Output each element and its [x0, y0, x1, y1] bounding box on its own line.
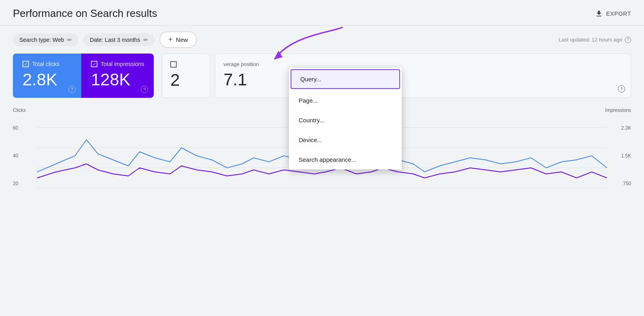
- avg-position-label: verage position: [223, 61, 623, 67]
- avg-position-help-icon[interactable]: ?: [618, 85, 625, 93]
- dropdown-item-search-appearance[interactable]: Search appearance...: [289, 150, 402, 169]
- chart-left-axis-label: Clicks 60 40 20: [13, 107, 26, 186]
- clicks-axis-label: Clicks: [13, 107, 26, 113]
- dropdown-menu: Query... Page... Country... Device... Se…: [289, 68, 402, 169]
- page-container: Performance on Search results EXPORT Sea…: [0, 0, 644, 316]
- metrics-spacer: [154, 54, 162, 98]
- total-impressions-value: 128K: [91, 71, 144, 88]
- search-type-chip[interactable]: Search type: Web ✏: [13, 33, 78, 46]
- search-appearance-label: Search appearance...: [299, 156, 356, 163]
- dropdown-item-page[interactable]: Page...: [289, 91, 402, 110]
- impressions-2-3k: 2.3K: [605, 125, 631, 131]
- edit-icon: ✏: [67, 37, 72, 43]
- total-impressions-card: ✓ Total impressions 128K ?: [81, 54, 154, 98]
- page-label: Page...: [299, 97, 318, 104]
- avg-ctr-value: 2: [170, 72, 202, 89]
- total-clicks-help-icon[interactable]: ?: [68, 86, 76, 93]
- avg-ctr-checkbox[interactable]: [170, 61, 177, 68]
- last-updated-help-icon[interactable]: ?: [625, 37, 631, 43]
- total-impressions-label: Total impressions: [101, 61, 144, 67]
- total-clicks-label: Total clicks: [32, 61, 60, 67]
- total-clicks-card: ✓ Total clicks 2.8K ?: [13, 54, 81, 98]
- chart-right-axis: Impressions 2.3K 1.5K 750: [605, 107, 631, 186]
- query-label: Query...: [300, 76, 321, 83]
- filter-bar: Search type: Web ✏ Date: Last 3 months ✏…: [0, 26, 644, 54]
- last-updated-text: Last updated: 12 hours ago: [559, 37, 622, 43]
- plus-icon: +: [168, 35, 173, 44]
- page-title: Performance on Search results: [13, 7, 157, 20]
- date-label: Date: Last 3 months: [90, 37, 140, 43]
- avg-position-value: 7.1: [223, 71, 623, 88]
- avg-ctr-card: 2: [162, 54, 210, 98]
- device-label: Device...: [299, 136, 322, 143]
- country-label: Country...: [299, 117, 324, 124]
- last-updated: Last updated: 12 hours ago ?: [559, 37, 631, 43]
- dropdown-item-query[interactable]: Query...: [291, 69, 400, 89]
- impressions-1-5k: 1.5K: [605, 153, 631, 159]
- header: Performance on Search results EXPORT: [0, 0, 644, 25]
- export-button[interactable]: EXPORT: [595, 10, 631, 18]
- clicks-20: 20: [13, 181, 26, 186]
- download-icon: [595, 10, 603, 18]
- export-label: EXPORT: [606, 10, 631, 17]
- total-clicks-value: 2.8K: [23, 71, 72, 88]
- clicks-40: 40: [13, 153, 26, 159]
- new-button-label: New: [176, 36, 188, 43]
- dropdown-item-device[interactable]: Device...: [289, 130, 402, 150]
- total-impressions-help-icon[interactable]: ?: [141, 86, 148, 93]
- search-type-label: Search type: Web: [19, 37, 64, 43]
- impressions-750: 750: [605, 181, 631, 186]
- clicks-60: 60: [13, 125, 26, 131]
- total-impressions-checkbox[interactable]: ✓: [91, 61, 97, 67]
- avg-position-card: verage position 7.1 ?: [215, 54, 631, 98]
- impressions-axis-label: Impressions: [605, 107, 631, 113]
- date-chip[interactable]: Date: Last 3 months ✏: [83, 33, 155, 46]
- new-button[interactable]: + New: [159, 31, 197, 48]
- dropdown-item-country[interactable]: Country...: [289, 110, 402, 130]
- total-clicks-checkbox[interactable]: ✓: [23, 61, 29, 67]
- edit-icon-2: ✏: [143, 37, 148, 43]
